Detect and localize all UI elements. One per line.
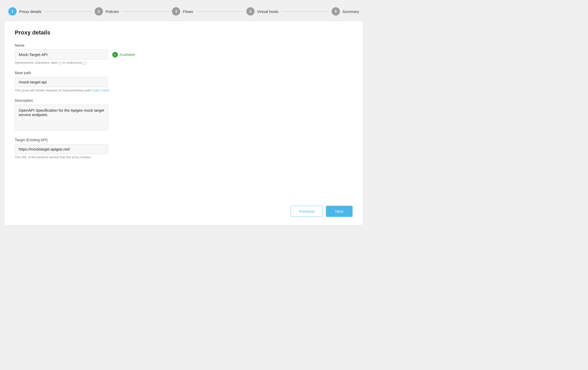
step-1-label: Proxy details	[19, 9, 41, 14]
name-input[interactable]	[15, 49, 108, 60]
name-hint: Alphanumeric characters, dash (-) or und…	[15, 61, 353, 65]
base-path-hint: This proxy will handle requests on hostn…	[15, 88, 353, 92]
previous-button[interactable]: Previous	[291, 206, 323, 217]
available-check-icon: ✓	[112, 52, 118, 58]
description-label: Description	[15, 98, 353, 103]
target-input[interactable]	[15, 144, 108, 154]
target-field-group: Target (Existing API) The URL of the bac…	[15, 138, 353, 159]
step-line-3	[196, 11, 243, 12]
target-label: Target (Existing API)	[15, 138, 353, 142]
step-5[interactable]: 5 Summary	[332, 7, 359, 16]
step-3-label: Flows	[183, 9, 193, 14]
stepper: 1 Proxy details 2 Policies 3 Flows 4 Vir…	[4, 4, 363, 21]
target-hint: The URL of the backend service that this…	[15, 155, 353, 159]
step-2[interactable]: 2 Policies	[95, 7, 119, 16]
step-4-circle: 4	[246, 7, 255, 16]
name-field-group: Name ✓ Available Alphanumeric characters…	[15, 43, 353, 65]
learn-more-link[interactable]: Learn more	[92, 88, 109, 92]
main-card: Proxy details Name ✓ Available Alphanume…	[4, 21, 363, 225]
description-textarea[interactable]	[15, 105, 108, 131]
step-line-1	[45, 11, 92, 12]
page-title: Proxy details	[15, 29, 353, 36]
description-field-group: Description	[15, 98, 353, 132]
available-badge: ✓ Available	[112, 52, 135, 58]
step-2-circle: 2	[95, 7, 103, 16]
next-button[interactable]: Next	[326, 206, 353, 217]
name-label: Name	[15, 43, 353, 47]
card-footer: Previous Next	[291, 206, 353, 217]
base-path-label: Base path	[15, 71, 353, 75]
step-4-label: Virtual hosts	[257, 9, 278, 14]
step-2-label: Policies	[106, 9, 119, 14]
step-4[interactable]: 4 Virtual hosts	[246, 7, 278, 16]
available-text: Available	[120, 52, 135, 57]
step-1[interactable]: 1 Proxy details	[8, 7, 41, 16]
step-5-circle: 5	[332, 7, 340, 16]
name-field-row: ✓ Available	[15, 49, 353, 60]
step-5-label: Summary	[342, 9, 359, 14]
step-line-4	[282, 11, 328, 12]
base-path-field-group: Base path This proxy will handle request…	[15, 71, 353, 92]
step-3[interactable]: 3 Flows	[172, 7, 193, 16]
step-1-circle: 1	[8, 7, 17, 16]
step-line-2	[122, 11, 169, 12]
step-3-circle: 3	[172, 7, 180, 16]
base-path-input[interactable]	[15, 77, 108, 87]
